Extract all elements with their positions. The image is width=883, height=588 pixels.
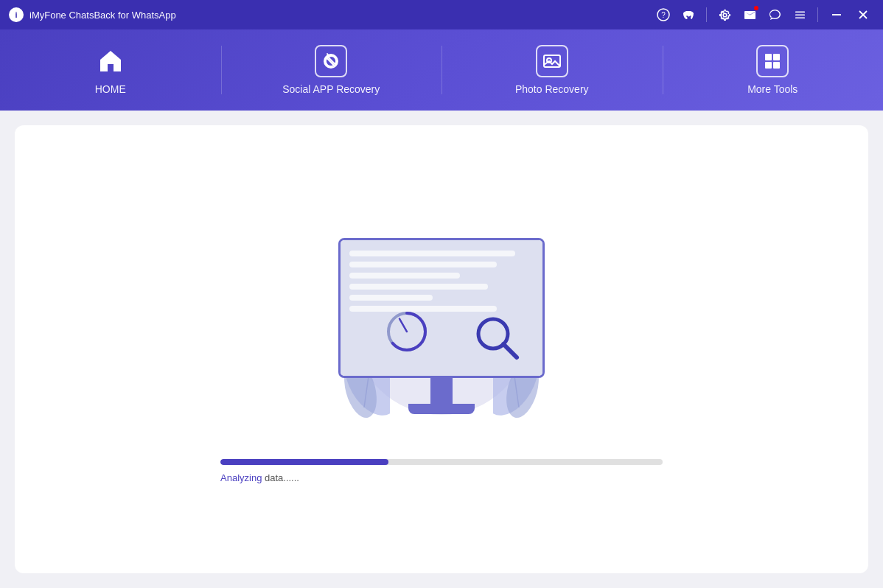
monitor-stand-neck bbox=[430, 378, 453, 404]
nav-social-app-recovery[interactable]: Social APP Recovery bbox=[221, 29, 442, 111]
app-logo: i bbox=[9, 7, 24, 22]
app-title: iMyFone ChatsBack for WhatsApp bbox=[29, 10, 176, 21]
magnifier-icon bbox=[472, 313, 520, 361]
nav-home[interactable]: HOME bbox=[0, 29, 221, 111]
svg-rect-13 bbox=[773, 62, 780, 69]
photo-recovery-icon bbox=[536, 45, 568, 77]
nav-more-tools[interactable]: More Tools bbox=[663, 29, 884, 111]
illustration bbox=[301, 216, 582, 437]
svg-rect-11 bbox=[773, 54, 780, 60]
svg-rect-2 bbox=[795, 11, 805, 13]
progress-bar-fill bbox=[220, 459, 388, 465]
svg-line-22 bbox=[399, 319, 407, 332]
settings-icon[interactable] bbox=[714, 4, 735, 25]
mail-icon[interactable] bbox=[739, 4, 760, 25]
screen-line-3 bbox=[349, 273, 460, 279]
screen-line-1 bbox=[349, 251, 515, 256]
svg-text:?: ? bbox=[661, 11, 666, 19]
titlebar-separator-2 bbox=[817, 7, 818, 22]
svg-rect-10 bbox=[765, 54, 772, 60]
monitor-stand-base bbox=[408, 404, 475, 414]
screen-gauge-icon bbox=[385, 309, 429, 354]
progress-container: Analyzing data...... bbox=[220, 459, 663, 483]
discord-icon[interactable] bbox=[678, 4, 699, 25]
chat-icon[interactable] bbox=[764, 4, 785, 25]
nav-more-tools-label: More Tools bbox=[747, 83, 798, 95]
nav-photo-label: Photo Recovery bbox=[515, 83, 589, 95]
nav-photo-recovery[interactable]: Photo Recovery bbox=[442, 29, 663, 111]
close-button[interactable] bbox=[852, 4, 874, 25]
titlebar-right: ? bbox=[653, 4, 874, 25]
progress-label-blue: Analyzing bbox=[220, 472, 262, 483]
progress-bar-background bbox=[220, 459, 663, 465]
nav-home-label: HOME bbox=[95, 83, 126, 95]
navbar: HOME Social APP Recovery Photo Recovery bbox=[0, 29, 883, 111]
screen-line-2 bbox=[349, 262, 497, 267]
help-icon[interactable]: ? bbox=[653, 4, 674, 25]
svg-rect-3 bbox=[795, 14, 805, 15]
social-app-recovery-icon bbox=[315, 45, 347, 77]
titlebar-left: i iMyFone ChatsBack for WhatsApp bbox=[9, 7, 176, 22]
content-card: Analyzing data...... bbox=[15, 125, 868, 573]
main-content: Analyzing data...... bbox=[0, 111, 883, 588]
menu-icon[interactable] bbox=[789, 4, 810, 25]
progress-label-rest: data...... bbox=[262, 472, 299, 483]
titlebar: i iMyFone ChatsBack for WhatsApp ? bbox=[0, 0, 883, 29]
minimize-button[interactable] bbox=[826, 4, 848, 25]
svg-rect-12 bbox=[765, 62, 772, 69]
progress-label: Analyzing data...... bbox=[220, 472, 663, 483]
more-tools-icon bbox=[756, 45, 789, 77]
screen-line-5 bbox=[349, 295, 433, 301]
home-icon bbox=[94, 45, 127, 77]
svg-line-24 bbox=[503, 344, 517, 357]
monitor-screen bbox=[338, 238, 545, 378]
monitor bbox=[338, 238, 545, 414]
nav-social-label: Social APP Recovery bbox=[282, 83, 380, 95]
svg-rect-5 bbox=[832, 14, 841, 15]
screen-line-4 bbox=[349, 284, 488, 290]
titlebar-separator bbox=[706, 7, 707, 22]
svg-rect-4 bbox=[795, 17, 805, 18]
